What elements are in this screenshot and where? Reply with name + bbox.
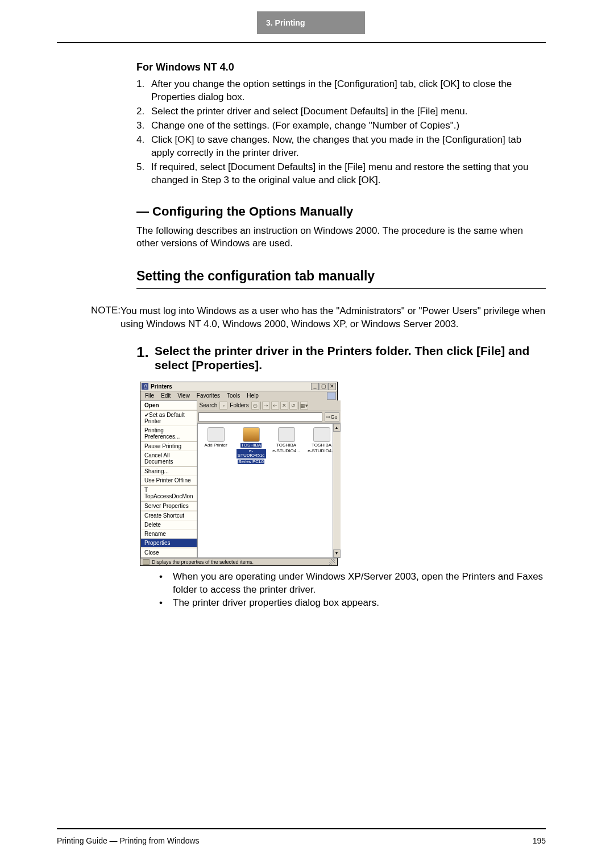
section-rule [136, 288, 546, 289]
bullet-2: The printer driver properties dialog box… [173, 597, 379, 610]
nt40-item-5: If required, select [Document Defaults] … [151, 161, 546, 187]
toolbar-folders[interactable]: Folders [229, 402, 250, 408]
icon-pane: Add Printer TOSHIBA e-STUDIO451c Series … [197, 423, 341, 558]
printer-item-2[interactable]: TOSHIBA e-STUDIO4... [272, 427, 301, 554]
file-create-shortcut[interactable]: Create Shortcut [141, 511, 197, 520]
status-text: Displays the properties of the selected … [152, 559, 254, 565]
menu-help[interactable]: Help [243, 392, 262, 399]
file-pause-printing[interactable]: Pause Printing [141, 442, 197, 451]
file-properties[interactable]: Properties [141, 539, 197, 548]
nt40-item-2: Select the printer driver and select [Do… [151, 105, 546, 118]
file-delete[interactable]: Delete [141, 520, 197, 530]
address-input[interactable] [198, 412, 322, 421]
printer-icon [278, 427, 295, 442]
add-printer-label: Add Printer [205, 443, 227, 448]
nt40-heading: For Windows NT 4.0 [136, 61, 546, 73]
file-open[interactable]: Open [141, 401, 197, 410]
file-topaccess[interactable]: T TopAccessDocMon [141, 486, 197, 501]
page-number: 195 [533, 836, 546, 845]
minimize-button[interactable]: _ [311, 383, 319, 390]
copy-to-icon[interactable]: ⇠ [271, 402, 279, 410]
menu-edit[interactable]: Edit [157, 392, 174, 399]
config-heading: — Configuring the Options Manually [136, 204, 546, 219]
nt40-item-1: After you change the option settings in … [151, 78, 546, 104]
printer-item-1[interactable]: TOSHIBA e-STUDIO451c Series PCL6 [237, 427, 266, 554]
status-bar: Displays the properties of the selected … [140, 558, 337, 565]
address-bar: ⇨Go [197, 411, 341, 423]
footer-rule [57, 828, 546, 829]
printer-icon [243, 427, 260, 442]
chapter-header: 3. Printing [257, 11, 365, 34]
menu-favorites[interactable]: Favorites [193, 392, 223, 399]
delete-icon[interactable]: ✕ [280, 402, 288, 410]
menubar: File Edit View Favorites Tools Help [140, 391, 337, 400]
note-label: NOTE: [91, 305, 121, 331]
step1-text: Select the printer driver in the Printer… [155, 344, 546, 372]
resize-handle[interactable] [329, 559, 335, 565]
views-icon[interactable]: ▦▾ [300, 402, 308, 410]
throbber-icon [327, 392, 336, 400]
add-printer-icon [208, 427, 225, 442]
file-rename[interactable]: Rename [141, 530, 197, 539]
maximize-button[interactable]: ▢ [320, 383, 327, 390]
file-server-properties[interactable]: Server Properties [141, 502, 197, 511]
folders-icon[interactable]: ▫ [219, 402, 227, 410]
printer1-label-c: Series PCL6 [238, 460, 264, 464]
toolbar: Search ▫ Folders ◴ ⇢ ⇠ ✕ ↺ ▦▾ [197, 400, 341, 411]
file-cancel-all[interactable]: Cancel All Documents [141, 451, 197, 466]
undo-icon[interactable]: ↺ [289, 402, 297, 410]
config-para: The following describes an instruction o… [136, 225, 546, 251]
printer2-label-b: e-STUDIO4... [272, 449, 300, 453]
nt40-list: 1.After you change the option settings i… [136, 78, 546, 187]
history-icon[interactable]: ◴ [251, 402, 259, 410]
printers-titlebar-icon: ⎙ [142, 383, 148, 390]
note-text: You must log into Windows as a user who … [121, 305, 546, 331]
add-printer-item[interactable]: Add Printer [201, 427, 231, 554]
scroll-down-icon[interactable]: ▾ [333, 549, 341, 557]
file-sharing[interactable]: Sharing... [141, 467, 197, 476]
bullet-1: When you are operating under Windows XP/… [173, 571, 546, 597]
move-to-icon[interactable]: ⇢ [262, 402, 270, 410]
printer1-label-b: e-STUDIO451c [237, 449, 266, 458]
file-printing-preferences[interactable]: Printing Preferences... [141, 426, 197, 441]
window-title: Printers [151, 383, 172, 390]
toolbar-search[interactable]: Search [198, 402, 219, 408]
scroll-up-icon[interactable]: ▴ [333, 424, 341, 432]
scrollbar[interactable]: ▴ ▾ [333, 424, 341, 557]
nt40-item-4: Click [OK] to save changes. Now, the cha… [151, 134, 546, 160]
printer3-label-a: TOSHIBA [312, 443, 331, 448]
nt40-item-3: Change one of the settings. (For example… [151, 119, 546, 133]
step1-number: 1. [136, 344, 155, 372]
file-dropdown: Open ✔Set as Default Printer Printing Pr… [140, 400, 197, 558]
file-set-default[interactable]: ✔Set as Default Printer [141, 411, 197, 426]
status-icon [143, 559, 150, 565]
menu-view[interactable]: View [174, 392, 193, 399]
printer3-label-b: e-STUDIO4... [308, 449, 335, 453]
titlebar: ⎙ Printers _ ▢ ✕ [140, 382, 337, 391]
menu-tools[interactable]: Tools [223, 392, 243, 399]
menu-file[interactable]: File [142, 392, 157, 399]
printer-icon [313, 427, 330, 442]
go-button[interactable]: ⇨Go [325, 412, 339, 421]
close-button[interactable]: ✕ [328, 383, 336, 390]
printer1-label-a: TOSHIBA [240, 443, 262, 448]
top-rule [57, 42, 546, 43]
file-use-offline[interactable]: Use Printer Offline [141, 476, 197, 485]
section-title: Setting the configuration tab manually [136, 268, 546, 284]
footer-left: Printing Guide — Printing from Windows [57, 836, 200, 845]
step1-bullets: •When you are operating under Windows XP… [159, 571, 546, 610]
right-panel: Search ▫ Folders ◴ ⇢ ⇠ ✕ ↺ ▦▾ ⇨ [197, 400, 341, 558]
file-close[interactable]: Close [141, 548, 197, 557]
printer2-label-a: TOSHIBA [276, 443, 296, 448]
printers-window: ⎙ Printers _ ▢ ✕ File Edit View Favorite… [140, 382, 338, 566]
